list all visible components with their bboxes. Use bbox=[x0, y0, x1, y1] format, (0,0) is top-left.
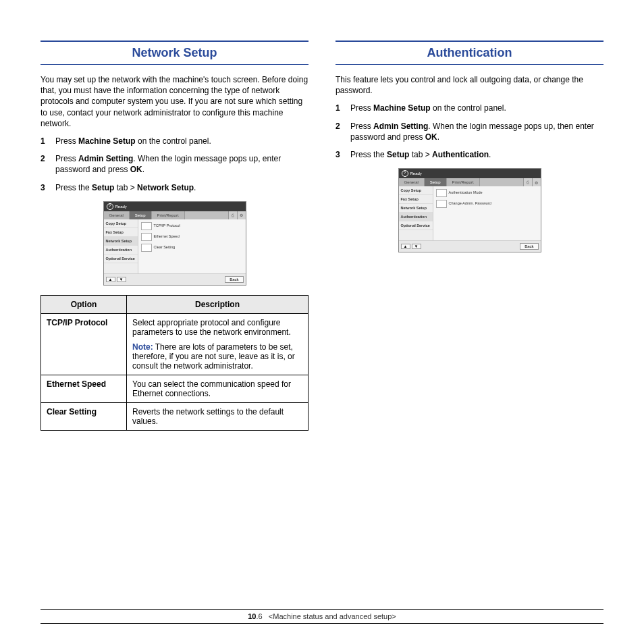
section-title-auth: Authentication bbox=[336, 41, 603, 65]
chapter-number: 10 bbox=[248, 612, 256, 620]
table-row: Ethernet Speed You can select the commun… bbox=[41, 375, 308, 402]
steps-auth: 1 Press Machine Setup on the control pan… bbox=[336, 103, 603, 160]
step-text: Press Machine Setup on the control panel… bbox=[55, 136, 308, 146]
back-button[interactable]: Back bbox=[520, 243, 538, 250]
opt-name: Ethernet Speed bbox=[41, 375, 127, 402]
right-column: Authentication This feature lets you con… bbox=[336, 41, 603, 431]
step-num: 3 bbox=[41, 182, 55, 193]
opt-desc: Reverts the network settings to the defa… bbox=[127, 402, 308, 430]
page-footer: 10.6 <Machine status and advanced setup> bbox=[41, 609, 603, 624]
table-row: Clear Setting Reverts the network settin… bbox=[41, 402, 308, 430]
tab-setup[interactable]: Setup bbox=[130, 211, 152, 219]
options-table: Option Description TCP/IP Protocol Selec… bbox=[41, 295, 308, 431]
side-network-setup[interactable]: Network Setup bbox=[104, 237, 138, 246]
back-button[interactable]: Back bbox=[225, 276, 243, 283]
help-icon[interactable]: ? bbox=[402, 170, 408, 177]
usb-icon[interactable]: ⎙ bbox=[523, 178, 532, 186]
side-optional-service[interactable]: Optional Service bbox=[104, 254, 138, 263]
opt-name: Clear Setting bbox=[41, 402, 127, 430]
side-network-setup[interactable]: Network Setup bbox=[399, 204, 433, 213]
opt-tcpip[interactable]: TCP/IP Protocol bbox=[141, 222, 243, 230]
tab-setup[interactable]: Setup bbox=[425, 178, 447, 186]
opt-clear-setting[interactable]: Clear Setting bbox=[141, 244, 243, 252]
left-column: Network Setup You may set up the network… bbox=[41, 41, 308, 431]
step-num: 1 bbox=[41, 136, 55, 146]
touchscreen-mock-auth: ? Ready General Setup Print/Report ⎙ ⚙ C… bbox=[398, 168, 541, 252]
settings-icon[interactable]: ⚙ bbox=[532, 178, 541, 186]
side-authentication[interactable]: Authentication bbox=[104, 246, 138, 254]
opt-ethernet-speed[interactable]: Ethernet Speed bbox=[141, 233, 243, 241]
page-down-icon[interactable]: ▼ bbox=[412, 244, 421, 249]
side-optional-service[interactable]: Optional Service bbox=[399, 221, 433, 230]
page-up-icon[interactable]: ▲ bbox=[401, 244, 410, 249]
tab-printreport[interactable]: Print/Report bbox=[447, 178, 480, 186]
side-copy-setup[interactable]: Copy Setup bbox=[104, 219, 138, 228]
touchscreen-mock-network: ? Ready General Setup Print/Report ⎙ ⚙ C… bbox=[103, 201, 246, 286]
intro-network: You may set up the network with the mach… bbox=[41, 74, 308, 129]
note-label: Note: bbox=[132, 342, 153, 352]
help-icon[interactable]: ? bbox=[107, 203, 113, 210]
side-copy-setup[interactable]: Copy Setup bbox=[399, 186, 433, 195]
intro-auth: This feature lets you control and lock a… bbox=[336, 74, 603, 96]
opt-name: TCP/IP Protocol bbox=[41, 313, 127, 375]
tab-general[interactable]: General bbox=[104, 211, 130, 219]
opt-auth-mode[interactable]: Authentication Mode bbox=[436, 189, 538, 197]
step-num: 3 bbox=[336, 149, 350, 160]
side-fax-setup[interactable]: Fax Setup bbox=[399, 195, 433, 204]
step-num: 1 bbox=[336, 103, 350, 113]
step-text: Press Admin Setting. When the login mess… bbox=[350, 121, 603, 142]
step-text: Press Machine Setup on the control panel… bbox=[350, 103, 603, 113]
step-num: 2 bbox=[41, 153, 55, 175]
opt-desc: You can select the communication speed f… bbox=[127, 375, 308, 402]
table-row: TCP/IP Protocol Select appropriate proto… bbox=[41, 313, 308, 375]
opt-change-admin-pw[interactable]: Change Admin. Password bbox=[436, 200, 538, 208]
usb-icon[interactable]: ⎙ bbox=[228, 211, 237, 219]
side-authentication[interactable]: Authentication bbox=[399, 213, 433, 221]
steps-network: 1 Press Machine Setup on the control pan… bbox=[41, 136, 308, 193]
step-text: Press Admin Setting. When the login mess… bbox=[55, 153, 308, 175]
step-text: Press the Setup tab > Authentication. bbox=[350, 149, 603, 160]
settings-icon[interactable]: ⚙ bbox=[237, 211, 246, 219]
step-num: 2 bbox=[336, 121, 350, 142]
status-ready: Ready bbox=[410, 171, 422, 176]
section-title-network: Network Setup bbox=[41, 41, 308, 65]
th-description: Description bbox=[127, 295, 308, 313]
tab-general[interactable]: General bbox=[399, 178, 425, 186]
opt-desc: Select appropriate protocol and configur… bbox=[127, 313, 308, 375]
tab-printreport[interactable]: Print/Report bbox=[152, 211, 185, 219]
step-text: Press the Setup tab > Network Setup. bbox=[55, 182, 308, 193]
footer-label: <Machine status and advanced setup> bbox=[269, 612, 396, 620]
side-fax-setup[interactable]: Fax Setup bbox=[104, 228, 138, 237]
page-up-icon[interactable]: ▲ bbox=[106, 277, 115, 282]
th-option: Option bbox=[41, 295, 127, 313]
page-down-icon[interactable]: ▼ bbox=[117, 277, 126, 282]
status-ready: Ready bbox=[115, 205, 127, 209]
page-number: .6 bbox=[256, 612, 262, 620]
